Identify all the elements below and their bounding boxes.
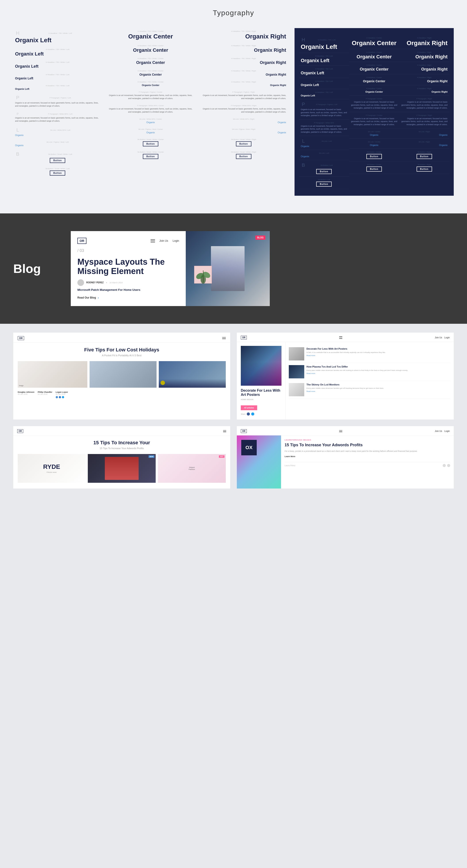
heading-md-center: Organix Center: [108, 60, 193, 65]
card1-header: OR: [13, 333, 230, 343]
card4-featured: OX: [237, 435, 281, 489]
button-center[interactable]: Button: [143, 141, 158, 146]
dark-heading-xs-center: Organix Center: [351, 90, 398, 93]
body-text-left: Organix is an art movement, focused on b…: [15, 101, 100, 107]
dark-button-center[interactable]: Button: [366, 154, 382, 159]
card4-nav-links: Join Us Login: [435, 430, 450, 432]
dark-col-center: H Headline / Center Organix Center H Hea…: [349, 35, 399, 189]
card3-img-1: RYDE Fitness wear: [18, 454, 86, 483]
blog-plant-overlay: [194, 266, 212, 283]
card4-nav-join[interactable]: Join Us: [435, 430, 442, 432]
dark-button-left[interactable]: Button: [316, 169, 332, 174]
card2-sidebar-text-3: The Skinny On Lcd Monitors Every year mi…: [307, 383, 384, 396]
card2-featured-img: [241, 346, 281, 386]
card2-sidebar-link-1[interactable]: Read more: [307, 354, 385, 356]
blog-card-2: OR Join Us Login Decorate For Less With …: [237, 333, 454, 420]
card2-sidebar-item-2: How Plasma Tvs And Lcd Tvs Differ Every …: [289, 363, 450, 381]
blog-hamburger-icon[interactable]: [151, 239, 155, 242]
dark-h-marker: H: [301, 37, 306, 43]
heading-sm-left: Organix Left: [15, 76, 100, 80]
card4-content: LEARNTHROUGH IMAGES 15 Tips To Increase …: [281, 435, 454, 489]
card3-nav-icon[interactable]: [223, 430, 226, 433]
button-right[interactable]: Button: [236, 141, 251, 146]
dark-link-right[interactable]: Organix: [401, 133, 447, 136]
typography-container: H H Headline / 700 / White / Left Organi…: [13, 28, 454, 196]
dark-link-right-2[interactable]: Organix: [401, 144, 447, 146]
type-col-right: H Headline / 700 / White / Right Organix…: [199, 28, 288, 196]
dark-link-center-2[interactable]: Organix: [351, 144, 398, 146]
dark-button-left-2[interactable]: Button: [316, 182, 332, 187]
blog-date-icon: ●: [106, 281, 107, 284]
heading-xs-right: Organix Right: [201, 84, 286, 87]
card3-img-2: NEW: [88, 454, 156, 483]
link-left[interactable]: Organix: [15, 134, 100, 136]
blog-nav-join[interactable]: Join Us: [159, 239, 168, 242]
share-icon-1[interactable]: [247, 412, 250, 415]
dark-heading-lg-center: Organix Center: [351, 54, 398, 60]
card4-read-more[interactable]: Learn More: [285, 455, 450, 458]
dark-button-center-2[interactable]: Button: [366, 166, 382, 172]
body-text-center: Organix is an art movement, focused on b…: [108, 94, 193, 100]
dark-heading-lg-left: Organix Left: [301, 58, 347, 63]
card2-sidebar-body-3: Every year middle class American familie…: [307, 387, 384, 390]
button-center-2[interactable]: Button: [143, 154, 158, 159]
heading-lg-right: Organix Right: [201, 48, 286, 53]
blog-cards-section: OR Five Tips For Low Cost Holidays A Poc…: [0, 324, 467, 497]
button-right-2[interactable]: Button: [236, 154, 251, 159]
card4-nav-login[interactable]: Login: [444, 430, 450, 432]
share-icon-2[interactable]: [251, 412, 254, 415]
card2-body: Decorate For Less With Art Posters HOME …: [237, 342, 454, 420]
card1-img-3: [159, 361, 226, 388]
card2-nav-login[interactable]: Login: [444, 336, 450, 339]
card2-sidebar-body-2: Every year middle class American familie…: [307, 369, 408, 372]
button-left[interactable]: Button: [50, 158, 65, 163]
card2-share-row: Share: [241, 412, 281, 415]
card2-sidebar-link-2[interactable]: Read more: [307, 372, 408, 374]
card2-nav-join[interactable]: Join Us: [435, 336, 442, 339]
card4-header: OR Join Us Login: [237, 426, 454, 435]
dark-heading-xl-left: Organix Left: [301, 43, 347, 51]
dark-button-right[interactable]: Button: [416, 154, 432, 159]
card4-nav-icon[interactable]: [339, 430, 342, 433]
link-right-2[interactable]: Organix: [201, 131, 286, 134]
heading-xl-right: Organix Right: [201, 33, 286, 40]
card3-header: OR: [13, 426, 230, 435]
card3-img2-badge: NEW: [149, 455, 154, 458]
card4-ox-badge: OX: [241, 440, 257, 455]
card1-author1-name: Douglas Johnson: [18, 391, 34, 393]
b-marker-1: B: [15, 151, 20, 157]
button-left-2[interactable]: Button: [50, 170, 65, 176]
card1-nav-icon[interactable]: [222, 337, 226, 339]
dark-link-left-2[interactable]: Organix: [301, 155, 347, 158]
card2-header: OR Join Us Login: [237, 333, 454, 342]
link-left-2[interactable]: Organix: [15, 144, 100, 147]
link-right[interactable]: Organix: [201, 121, 286, 124]
heading-md-left: Organix Left: [15, 64, 100, 69]
type-col-left: H H Headline / 700 / White / Left Organi…: [13, 28, 102, 196]
card2-all-articles-button[interactable]: All articles: [241, 405, 257, 410]
link-center-2[interactable]: Organix: [108, 131, 193, 134]
card1-social-icons: [56, 396, 68, 398]
blog-card-1: OR Five Tips For Low Cost Holidays A Poc…: [13, 333, 230, 420]
heading-lg-left: Organix Left: [15, 51, 100, 57]
card4-heart-icon[interactable]: [443, 464, 446, 467]
card2-main-title: Decorate For Less With Art Posters: [241, 388, 281, 397]
card2-nav-icon[interactable]: [339, 336, 342, 339]
typography-section: Typography H H Headline / 700 / White / …: [0, 0, 467, 213]
dark-l-marker: L: [301, 138, 306, 144]
blog-nav-login[interactable]: Login: [173, 239, 179, 242]
heading-xs-center: Organix Center: [108, 84, 193, 87]
dark-link-center[interactable]: Organix: [351, 133, 398, 136]
blog-author-row: RODNEY PEREZ ● 16 March 2024: [77, 279, 179, 286]
card2-sidebar-body-1: In fact, it is a website that is as acce…: [307, 351, 385, 353]
blog-card-3: OR 15 Tips To Increase Your 15 Tips To I…: [13, 426, 230, 489]
dark-button-right-2[interactable]: Button: [416, 166, 432, 172]
dark-link-left[interactable]: Organix: [301, 145, 347, 148]
card2-sidebar-link-3[interactable]: Read more: [307, 390, 384, 392]
dark-p-marker: P: [301, 101, 306, 107]
link-center[interactable]: Organix: [108, 121, 193, 124]
blog-read-more[interactable]: Read Our Blog ›: [77, 296, 179, 300]
card4-comment-icon[interactable]: [447, 464, 450, 467]
dark-heading-xs-right: Organix Right: [401, 90, 447, 93]
dark-heading-lg-right: Organix Right: [401, 54, 447, 60]
